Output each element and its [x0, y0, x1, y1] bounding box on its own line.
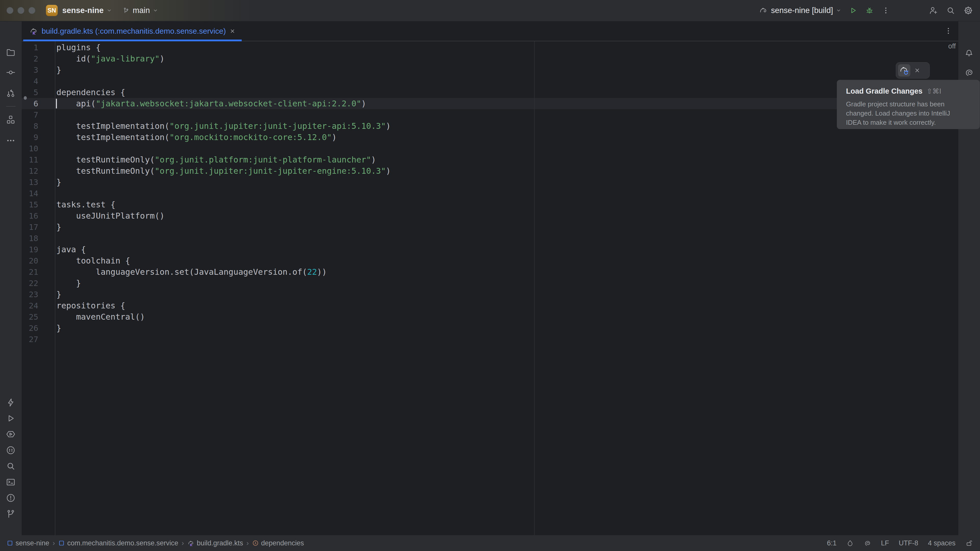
inspection-droplet-icon[interactable] [846, 539, 854, 547]
line-ending-widget[interactable]: LF [881, 539, 889, 547]
find-icon[interactable] [6, 461, 16, 471]
highlighting-level-widget[interactable]: off [948, 42, 956, 50]
run-configuration-selector[interactable]: sense-nine [build] [759, 6, 841, 15]
more-actions-button[interactable] [881, 6, 890, 15]
code-line[interactable]: 8 testImplementation("org.junit.jupiter:… [22, 121, 958, 132]
window-controls[interactable] [6, 7, 35, 14]
profiler-icon[interactable] [6, 445, 16, 455]
breadcrumb-package[interactable]: com.mechanitis.demo.sense.service [58, 539, 178, 547]
code-text: } [55, 289, 61, 300]
code-text: api("jakarta.websocket:jakarta.websocket… [55, 98, 366, 109]
lambda-element-icon: λ [252, 540, 259, 546]
version-control-icon[interactable] [6, 509, 16, 519]
load-gradle-changes-notification[interactable]: Load Gradle Changes ⇧⌘I Gradle project s… [837, 80, 980, 129]
commit-icon[interactable] [6, 67, 16, 78]
search-everywhere-button[interactable] [946, 6, 956, 15]
code-line[interactable]: 6 api("jakarta.websocket:jakarta.websock… [22, 98, 958, 109]
tab-build-gradle-kts[interactable]: K build.gradle.kts (:com.mechanitis.demo… [23, 21, 242, 41]
zoom-window-button[interactable] [29, 7, 35, 14]
line-number: 19 [22, 244, 55, 255]
tab-label: build.gradle.kts (:com.mechanitis.demo.s… [41, 27, 226, 35]
code-line[interactable]: 24repositories { [22, 300, 958, 311]
code-line[interactable]: 17} [22, 221, 958, 233]
run-tool-icon[interactable] [6, 413, 16, 424]
code-line[interactable]: 10 [22, 143, 958, 154]
code-line[interactable]: 12 testRuntimeOnly("org.junit.jupiter:ju… [22, 165, 958, 176]
chevron-down-icon [836, 8, 841, 13]
line-number: 1 [22, 42, 55, 53]
encoding-widget[interactable]: UTF-8 [899, 539, 918, 547]
caret-position-widget[interactable]: 6:1 [827, 539, 837, 547]
code-line[interactable]: 27 [22, 333, 958, 345]
project-icon-badge[interactable]: SN [46, 5, 58, 16]
project-folder-icon[interactable] [6, 47, 16, 57]
left-tool-window-stripe [0, 21, 22, 535]
debug-button[interactable] [865, 6, 874, 15]
code-text: testRuntimeOnly("org.junit.jupiter:junit… [55, 165, 391, 176]
code-line[interactable]: 18 [22, 233, 958, 244]
project-widget[interactable]: sense-nine [62, 6, 112, 15]
terminal-icon[interactable] [6, 477, 16, 487]
code-line[interactable]: 1plugins { [22, 42, 958, 53]
gutter-change-marker[interactable] [24, 96, 27, 100]
notification-title[interactable]: Load Gradle Changes [846, 87, 923, 95]
run-button[interactable] [849, 6, 858, 15]
code-line[interactable]: 16 useJUnitPlatform() [22, 210, 958, 221]
close-tab-icon[interactable] [229, 28, 235, 34]
load-gradle-changes-button[interactable] [898, 64, 910, 76]
indent-widget[interactable]: 4 spaces [928, 539, 956, 547]
breadcrumb-separator: › [247, 539, 249, 547]
git-branch-icon [123, 7, 130, 14]
chevron-down-icon [153, 8, 158, 13]
dismiss-toolbar-icon[interactable] [914, 67, 921, 74]
code-line[interactable]: 7 [22, 109, 958, 121]
code-text: repositories { [55, 300, 125, 311]
services-icon[interactable] [6, 429, 16, 439]
code-with-me-add-user-button[interactable] [928, 6, 938, 15]
code-line[interactable]: 21 languageVersion.set(JavaLanguageVersi… [22, 266, 958, 278]
code-line[interactable]: 26} [22, 322, 958, 333]
line-number: 23 [22, 289, 55, 300]
notifications-bell-icon[interactable] [964, 47, 974, 57]
code-line[interactable]: 14 [22, 188, 958, 199]
line-number: 12 [22, 165, 55, 176]
right-margin-guide [534, 41, 535, 535]
code-line[interactable]: 23} [22, 289, 958, 300]
code-text: id("java-library") [55, 53, 165, 64]
line-number: 25 [22, 311, 55, 322]
code-line[interactable]: 22 } [22, 278, 958, 289]
code-lines: 1plugins {2 id("java-library")3}45depend… [22, 42, 958, 345]
svg-text:λ: λ [255, 541, 256, 545]
unlock-icon[interactable] [965, 539, 973, 547]
more-tool-windows-icon[interactable] [6, 135, 16, 146]
close-window-button[interactable] [6, 7, 13, 14]
code-line[interactable]: 9 testImplementation("org.mockito:mockit… [22, 132, 958, 143]
code-line[interactable]: 3} [22, 64, 958, 76]
vcs-widget[interactable]: main [123, 6, 158, 15]
notification-shortcut: ⇧⌘I [927, 87, 942, 95]
code-line[interactable]: 11 testRuntimeOnly("org.junit.platform:j… [22, 154, 958, 165]
branch-name: main [133, 6, 150, 15]
code-line[interactable]: 13} [22, 176, 958, 188]
problems-icon[interactable] [6, 493, 16, 503]
ai-assistant-status-icon[interactable] [864, 539, 871, 547]
code-text: } [55, 176, 61, 188]
ai-assistant-icon[interactable] [964, 67, 974, 78]
code-line[interactable]: 4 [22, 76, 958, 87]
code-line[interactable]: 20 toolchain { [22, 255, 958, 266]
breadcrumb-module[interactable]: sense-nine [6, 539, 49, 547]
breadcrumb-file[interactable]: K build.gradle.kts [187, 539, 243, 547]
structure-icon[interactable] [6, 114, 16, 125]
code-line[interactable]: 2 id("java-library") [22, 53, 958, 64]
code-line[interactable]: 5dependencies { [22, 87, 958, 98]
tab-options-kebab-icon[interactable] [944, 27, 953, 35]
code-line[interactable]: 25 mavenCentral() [22, 311, 958, 322]
minimize-window-button[interactable] [18, 7, 24, 14]
pull-requests-icon[interactable] [6, 88, 16, 98]
code-editor[interactable]: 1plugins {2 id("java-library")3}45depend… [22, 41, 958, 535]
settings-gear-button[interactable] [963, 5, 974, 16]
breadcrumb-element[interactable]: λ dependencies [252, 539, 304, 547]
code-line[interactable]: 15tasks.test { [22, 199, 958, 210]
code-line[interactable]: 19java { [22, 244, 958, 255]
build-bolt-icon[interactable] [6, 397, 16, 408]
